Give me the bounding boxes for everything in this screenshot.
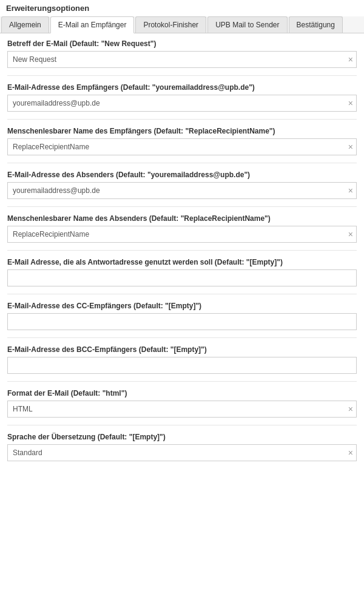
input-email-empfanger-addr[interactable]	[7, 95, 357, 112]
field-label-format-email: Format der E-Mail (Default: "html")	[7, 389, 357, 398]
input-wrapper-betreff: ×	[7, 51, 357, 68]
tab-upb-mail-sender[interactable]: UPB Mail to Sender	[207, 16, 287, 33]
input-name-empfanger[interactable]	[7, 138, 357, 155]
field-group-name-empfanger: Menschenlesbarer Name des Empfängers (De…	[7, 127, 357, 163]
clear-button-email-absender-addr[interactable]: ×	[348, 186, 353, 195]
field-group-name-absender: Menschenlesbarer Name des Absenders (Def…	[7, 214, 357, 251]
field-group-cc-empfanger: E-Mail-Adresse des CC-Empfängers (Defaul…	[7, 302, 357, 338]
tabs-container: AllgemeinE-Mail an EmpfängerProtokol-Fin…	[0, 16, 364, 33]
input-wrapper-email-empfanger-addr: ×	[7, 95, 357, 112]
input-format-email[interactable]	[7, 401, 357, 418]
field-label-email-empfanger-addr: E-Mail-Adresse des Empfängers (Default: …	[7, 83, 357, 92]
input-name-absender[interactable]	[7, 226, 357, 243]
field-label-sprache-ubersetzung: Sprache der Übersetzung (Default: "[Empt…	[7, 433, 357, 441]
tab-bestatigung[interactable]: Bestätigung	[289, 16, 343, 33]
field-group-bcc-empfanger: E-Mail-Adresse des BCC-Empfängers (Defau…	[7, 345, 357, 382]
field-group-format-email: Format der E-Mail (Default: "html")×	[7, 389, 357, 425]
field-label-betreff: Betreff der E-Mail (Default: "New Reques…	[7, 39, 357, 48]
input-bcc-empfanger[interactable]	[7, 357, 357, 374]
input-wrapper-name-absender: ×	[7, 226, 357, 243]
input-sprache-ubersetzung[interactable]	[7, 444, 357, 461]
page-title: Erweiterungsoptionen	[6, 4, 89, 13]
tab-protokol-finisher[interactable]: Protokol-Finisher	[135, 16, 206, 33]
field-label-bcc-empfanger: E-Mail-Adresse des BCC-Empfängers (Defau…	[7, 345, 357, 354]
tab-allgemein[interactable]: Allgemein	[1, 16, 49, 33]
field-group-email-absender-addr: E-Mail-Adresse des Absenders (Default: "…	[7, 171, 357, 207]
clear-button-betreff[interactable]: ×	[348, 55, 353, 64]
input-email-absender-addr[interactable]	[7, 182, 357, 199]
tab-email-empfanger[interactable]: E-Mail an Empfänger	[50, 16, 135, 33]
input-wrapper-bcc-empfanger	[7, 357, 357, 374]
input-cc-empfanger[interactable]	[7, 313, 357, 330]
input-antwortadresse[interactable]	[7, 269, 357, 286]
clear-button-name-absender[interactable]: ×	[348, 230, 353, 239]
input-wrapper-email-absender-addr: ×	[7, 182, 357, 199]
field-label-name-empfanger: Menschenlesbarer Name des Empfängers (De…	[7, 127, 357, 135]
field-label-cc-empfanger: E-Mail-Adresse des CC-Empfängers (Defaul…	[7, 302, 357, 310]
clear-button-name-empfanger[interactable]: ×	[348, 143, 353, 151]
input-wrapper-antwortadresse	[7, 269, 357, 286]
input-wrapper-sprache-ubersetzung: ×	[7, 444, 357, 461]
clear-button-email-empfanger-addr[interactable]: ×	[348, 99, 353, 107]
content-area: Betreff der E-Mail (Default: "New Reques…	[0, 33, 364, 482]
field-group-antwortadresse: E-Mail Adresse, die als Antwortadresse g…	[7, 258, 357, 294]
field-label-email-absender-addr: E-Mail-Adresse des Absenders (Default: "…	[7, 171, 357, 179]
field-group-sprache-ubersetzung: Sprache der Übersetzung (Default: "[Empt…	[7, 433, 357, 469]
field-label-antwortadresse: E-Mail Adresse, die als Antwortadresse g…	[7, 258, 357, 266]
input-wrapper-cc-empfanger	[7, 313, 357, 330]
field-group-betreff: Betreff der E-Mail (Default: "New Reques…	[7, 39, 357, 76]
input-betreff[interactable]	[7, 51, 357, 68]
field-label-name-absender: Menschenlesbarer Name des Absenders (Def…	[7, 214, 357, 223]
page-header: Erweiterungsoptionen	[0, 0, 364, 16]
input-wrapper-format-email: ×	[7, 401, 357, 418]
clear-button-format-email[interactable]: ×	[348, 405, 353, 413]
input-wrapper-name-empfanger: ×	[7, 138, 357, 155]
field-group-email-empfanger-addr: E-Mail-Adresse des Empfängers (Default: …	[7, 83, 357, 120]
clear-button-sprache-ubersetzung[interactable]: ×	[348, 448, 353, 457]
